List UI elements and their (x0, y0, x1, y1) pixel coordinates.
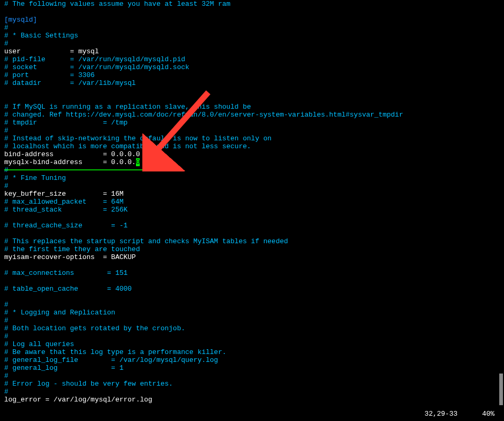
editor-line[interactable]: # If MySQL is running as a replication s… (4, 103, 500, 111)
editor-line[interactable]: # (4, 317, 500, 324)
text-span: log_error = /var/log/mysql/error.log (4, 396, 152, 404)
text-span: # * Basic Settings (4, 32, 78, 40)
editor-line[interactable]: # thread_stack = 256K (4, 206, 500, 214)
editor-line[interactable]: # pid-file = /var/run/mysqld/mysqld.pid (4, 55, 500, 63)
editor-line[interactable]: myisam-recover-options = BACKUP (4, 253, 500, 261)
editor-line[interactable]: # changed. Ref https://dev.mysql.com/doc… (4, 111, 500, 119)
editor-line[interactable]: # * Basic Settings (4, 32, 500, 40)
text-span: # port = 3306 (4, 71, 95, 79)
text-span: user = mysql (4, 47, 99, 55)
text-span: bind-address = 0.0.0.0 (4, 150, 140, 158)
editor-line[interactable]: # * Logging and Replication (4, 309, 500, 317)
text-span: # (4, 40, 8, 47)
editor-line[interactable]: # (4, 388, 500, 396)
editor-viewport[interactable]: # The following values assume you have a… (4, 0, 500, 404)
cursor: 0 (136, 158, 140, 166)
highlight-underline (4, 169, 160, 170)
editor-line[interactable]: # general_log = 1 (4, 364, 500, 372)
editor-line[interactable] (4, 261, 500, 269)
editor-line[interactable]: # localhost which is more compatible and… (4, 142, 500, 150)
text-span: # (4, 332, 8, 340)
text-span: # (4, 127, 8, 135)
text-span: # (4, 372, 8, 380)
text-span: # table_open_cache = 4000 (4, 285, 132, 293)
text-span: # max_allowed_packet = 64M (4, 198, 123, 206)
text-span: # * Logging and Replication (4, 309, 115, 317)
text-span: # general_log = 1 (4, 364, 123, 372)
text-span: # localhost which is more compatible and… (4, 142, 251, 150)
editor-line[interactable]: # * Fine Tuning (4, 174, 500, 182)
text-span: mysqlx-bind-address = 0.0.0. (4, 158, 136, 166)
scroll-percent: 40% (482, 410, 495, 418)
text-span: # max_connections = 151 (4, 269, 128, 277)
text-span: # Error log - should be very few entries… (4, 380, 173, 388)
editor-line[interactable]: # Be aware that this log type is a perfo… (4, 348, 500, 356)
text-span: # tmpdir = /tmp (4, 119, 128, 127)
text-span: # If MySQL is running as a replication s… (4, 103, 251, 111)
editor-line[interactable] (4, 293, 500, 301)
editor-line[interactable]: # (4, 182, 500, 190)
text-span: # (4, 317, 8, 324)
editor-line[interactable]: key_buffer_size = 16M (4, 190, 500, 198)
text-span: # (4, 301, 8, 309)
editor-line[interactable]: # The following values assume you have a… (4, 0, 500, 8)
scrollbar-track[interactable] (499, 0, 503, 421)
text-span: # (4, 182, 8, 190)
editor-line[interactable]: # (4, 127, 500, 135)
text-span: # The following values assume you have a… (4, 0, 230, 8)
text-span: # general_log_file = /var/log/mysql/quer… (4, 356, 218, 364)
text-span: # * Fine Tuning (4, 174, 66, 182)
editor-line[interactable]: # This replaces the startup script and c… (4, 237, 500, 245)
text-span: # thread_stack = 256K (4, 206, 128, 214)
editor-line[interactable]: # table_open_cache = 4000 (4, 285, 500, 293)
editor-line[interactable] (4, 95, 500, 103)
text-span: # Both location gets rotated by the cron… (4, 324, 185, 332)
editor-line[interactable]: # datadir = /var/lib/mysql (4, 79, 500, 87)
text-span: # (4, 24, 8, 32)
editor-line[interactable]: bind-address = 0.0.0.0 (4, 150, 500, 158)
editor-line[interactable]: # (4, 301, 500, 309)
text-span: # datadir = /var/lib/mysql (4, 79, 136, 87)
editor-line[interactable]: # thread_cache_size = -1 (4, 222, 500, 229)
text-span: # changed. Ref https://dev.mysql.com/doc… (4, 111, 403, 119)
editor-line[interactable]: user = mysql (4, 47, 500, 55)
text-span: [mysqld] (4, 16, 37, 24)
text-span: # This replaces the startup script and c… (4, 237, 288, 245)
editor-line[interactable]: # socket = /var/run/mysqld/mysqld.sock (4, 63, 500, 71)
text-span: # thread_cache_size = -1 (4, 222, 128, 229)
text-span: # Be aware that this log type is a perfo… (4, 348, 226, 356)
editor-line[interactable]: # (4, 24, 500, 32)
editor-line[interactable]: # tmpdir = /tmp (4, 119, 500, 127)
text-span: # pid-file = /var/run/mysqld/mysqld.pid (4, 55, 185, 63)
editor-line[interactable] (4, 8, 500, 16)
text-span: myisam-recover-options = BACKUP (4, 253, 136, 261)
text-span: key_buffer_size = 16M (4, 190, 123, 198)
editor-line[interactable]: # Log all queries (4, 340, 500, 348)
editor-line[interactable]: # (4, 332, 500, 340)
editor-line[interactable]: [mysqld] (4, 16, 500, 24)
editor-line[interactable]: # max_allowed_packet = 64M (4, 198, 500, 206)
vim-status-bar: 32,29-33 40% (416, 402, 495, 418)
cursor-position: 32,29-33 (424, 410, 457, 418)
scrollbar-thumb[interactable] (499, 374, 503, 405)
text-span: # Log all queries (4, 340, 74, 348)
editor-line[interactable]: # Instead of skip-networking the default… (4, 135, 500, 142)
editor-line[interactable]: # max_connections = 151 (4, 269, 500, 277)
text-span: # the first time they are touched (4, 245, 140, 253)
editor-line[interactable] (4, 277, 500, 285)
editor-line[interactable]: # (4, 372, 500, 380)
editor-line[interactable] (4, 229, 500, 237)
editor-line[interactable]: # Error log - should be very few entries… (4, 380, 500, 388)
text-span: # (4, 388, 8, 396)
text-span: # Instead of skip-networking the default… (4, 135, 272, 142)
editor-line[interactable]: # the first time they are touched (4, 245, 500, 253)
editor-line[interactable]: # general_log_file = /var/log/mysql/quer… (4, 356, 500, 364)
editor-line[interactable]: # port = 3306 (4, 71, 500, 79)
editor-line[interactable]: # Both location gets rotated by the cron… (4, 324, 500, 332)
editor-line[interactable]: mysqlx-bind-address = 0.0.0.0 (4, 158, 500, 166)
editor-line[interactable] (4, 214, 500, 222)
editor-line[interactable]: # (4, 40, 500, 47)
text-span: # socket = /var/run/mysqld/mysqld.sock (4, 63, 189, 71)
editor-line[interactable] (4, 87, 500, 95)
